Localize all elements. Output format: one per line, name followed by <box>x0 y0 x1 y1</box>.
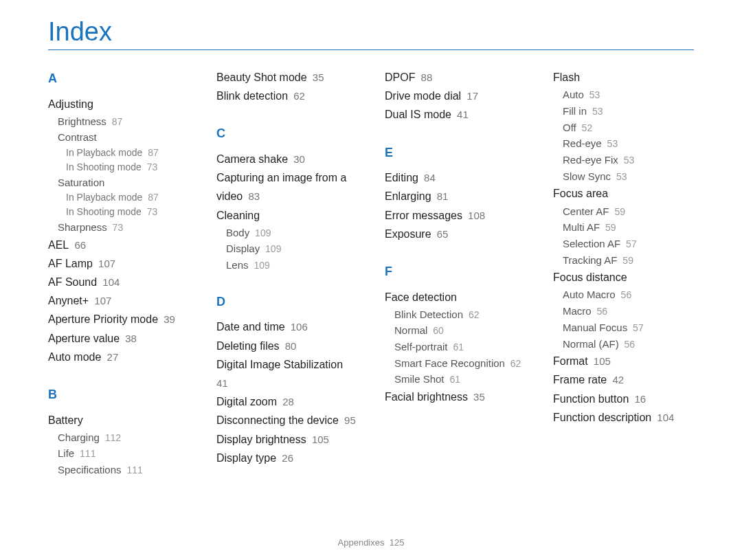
page-ref: 109 <box>262 243 281 254</box>
index-subentry: Body 109 <box>226 225 357 241</box>
index-entry: Adjusting <box>48 95 189 113</box>
page-title: Index <box>48 17 694 50</box>
page-ref: 105 <box>591 355 611 367</box>
index-subentry: Display 109 <box>226 240 357 257</box>
page-ref: 53 <box>587 89 600 100</box>
page-ref: 35 <box>310 71 324 83</box>
index-subsubentry: In Shooting mode 73 <box>66 160 189 175</box>
page-ref: 80 <box>282 340 297 352</box>
index-entry: DPOF 88 <box>385 68 526 87</box>
index-entry: AF Lamp 107 <box>48 254 189 273</box>
index-column-4: FlashAuto 53Fill in 53Off 52Red-eye 53Re… <box>553 68 694 478</box>
index-letter: B <box>48 384 189 405</box>
page-ref: 39 <box>161 313 175 325</box>
page-ref: 111 <box>124 464 143 475</box>
index-entry: Capturing an image from a video 83 <box>216 168 357 205</box>
page-ref: 66 <box>71 239 86 251</box>
index-entry: Disconnecting the device 95 <box>216 411 357 429</box>
index-entry: Focus distance <box>553 268 694 287</box>
index-subentry: Specifications 111 <box>58 462 189 478</box>
index-entry: Display brightness 105 <box>216 430 357 449</box>
page-ref: 84 <box>421 172 436 183</box>
index-entry: Digital Image Stabilization 41 <box>216 355 357 392</box>
index-entry: AF Sound 104 <box>48 273 189 291</box>
page-ref: 108 <box>465 210 485 221</box>
index-entry: Blink detection 62 <box>216 87 357 105</box>
index-subentry: Contrast <box>58 129 189 145</box>
index-subentry: Macro 56 <box>563 303 694 320</box>
page-ref: 57 <box>630 322 643 333</box>
index-entry: Flash <box>553 68 694 87</box>
index-column-3: DPOF 88Drive mode dial 17Dual IS mode 41… <box>385 68 526 478</box>
index-entry: Aperture Priority mode 39 <box>48 310 189 328</box>
page-ref: 112 <box>102 432 121 443</box>
index-letter: F <box>385 261 526 282</box>
page-ref: 65 <box>434 228 449 240</box>
page-ref: 56 <box>618 289 631 300</box>
index-subentry: Red-eye 53 <box>563 135 694 152</box>
index-entry: Function description 104 <box>553 408 694 427</box>
index-entry: Function button 16 <box>553 390 694 408</box>
page-ref: 59 <box>603 222 616 233</box>
page-ref: 109 <box>252 227 271 238</box>
index-entry: AEL 66 <box>48 236 189 254</box>
page-ref: 111 <box>77 448 95 459</box>
page-ref: 56 <box>594 306 607 317</box>
index-subentry: Smart Face Recognition 62 <box>394 355 526 372</box>
index-subentry: Smile Shot 61 <box>394 371 526 388</box>
page-ref: 35 <box>471 391 485 403</box>
index-entry: Auto mode 27 <box>48 348 189 366</box>
index-subentry: Auto Macro 56 <box>563 287 694 303</box>
page-ref: 105 <box>309 434 329 445</box>
footer-label: Appendixes <box>338 537 385 548</box>
page-ref: 73 <box>144 161 157 172</box>
page-ref: 60 <box>430 325 443 336</box>
page-ref: 83 <box>245 190 260 202</box>
page-ref: 87 <box>109 116 122 127</box>
footer-page: 125 <box>390 537 405 548</box>
page-footer: Appendixes 125 <box>0 537 742 548</box>
page-ref: 53 <box>605 138 618 149</box>
index-subentry: Charging 112 <box>58 429 189 446</box>
index-subentry: Slow Sync 53 <box>563 168 694 185</box>
page-ref: 109 <box>251 260 270 271</box>
index-subentry: Tracking AF 59 <box>563 252 694 269</box>
index-entry: Facial brightness 35 <box>385 388 526 406</box>
page-ref: 62 <box>291 90 305 102</box>
page-ref: 107 <box>95 258 115 269</box>
index-entry: Beauty Shot mode 35 <box>216 68 357 87</box>
index-entry: Focus area <box>553 184 694 203</box>
index-subsubentry: In Playback mode 87 <box>66 190 189 205</box>
index-subentry: Normal 60 <box>394 322 526 339</box>
index-entry: Drive mode dial 17 <box>385 87 526 105</box>
index-entry: Digital zoom 28 <box>216 392 357 411</box>
index-letter: E <box>385 142 526 164</box>
page-ref: 81 <box>434 190 449 202</box>
page-ref: 30 <box>291 153 305 165</box>
page-ref: 41 <box>454 109 469 120</box>
page-ref: 104 <box>100 276 120 288</box>
index-subentry: Brightness 87 <box>58 113 189 130</box>
index-letter: C <box>216 123 357 144</box>
index-entry: Enlarging 81 <box>385 187 526 205</box>
index-subentry: Normal (AF) 56 <box>563 336 694 352</box>
index-subentry: Life 111 <box>58 445 189 462</box>
page-ref: 61 <box>447 374 460 385</box>
index-subentry: Auto 53 <box>563 87 694 103</box>
page-ref: 88 <box>418 71 432 83</box>
index-entry: Battery <box>48 411 189 429</box>
page-ref: 41 <box>216 377 228 389</box>
index-subentry: Sharpness 73 <box>58 219 189 236</box>
index-subentry: Red-eye Fix 53 <box>563 152 694 168</box>
index-subentry: Off 52 <box>563 120 694 136</box>
page-ref: 56 <box>622 339 635 350</box>
page-ref: 61 <box>451 341 464 352</box>
index-entry: Cleaning <box>216 206 357 225</box>
index-entry: Exposure 65 <box>385 225 526 243</box>
index-subentry: Self-portrait 61 <box>394 339 526 355</box>
index-entry: Anynet+ 107 <box>48 291 189 310</box>
page-ref: 106 <box>288 321 308 333</box>
index-entry: Format 105 <box>553 352 694 370</box>
page-ref: 62 <box>466 309 479 320</box>
page-ref: 95 <box>341 414 356 426</box>
